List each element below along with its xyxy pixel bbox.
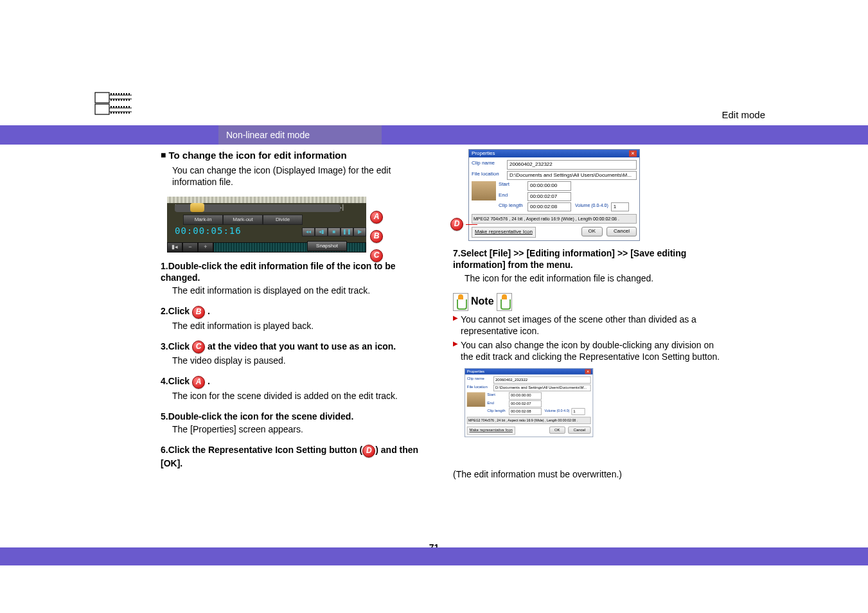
- svg-rect-35: [123, 112, 125, 114]
- clip-thumbnail: [472, 181, 496, 200]
- step-1: 1.Double-click the edit information file…: [161, 260, 434, 297]
- clip-length-field[interactable]: 00:00:02:08: [527, 202, 571, 211]
- svg-rect-28: [126, 106, 127, 108]
- marker-c-inline: C: [192, 341, 205, 353]
- properties-dialog-small: Properties ✕ Clip name20060402_232322 Fi…: [465, 368, 593, 437]
- filmstrip-logo-icon: [93, 89, 133, 118]
- note-label: Note: [471, 295, 494, 308]
- marker-a-inline: A: [192, 376, 205, 389]
- playback-controls: ◂◂ ◂▮ ■ ❚❚ ▶: [302, 227, 366, 236]
- note-icon: [497, 293, 512, 311]
- svg-rect-30: [111, 112, 112, 114]
- mark-in-button[interactable]: Mark-in: [183, 215, 223, 225]
- marker-b-inline: B: [192, 306, 205, 319]
- step-6: 6.Click the Representative Icon Setting …: [161, 444, 434, 468]
- slider-handle[interactable]: [190, 203, 204, 212]
- svg-rect-6: [111, 93, 112, 95]
- svg-rect-8: [116, 93, 117, 95]
- edit-track-panel: |◂⋯ ⋯▸| Mark-in Mark-out Divide 00:00:05…: [167, 197, 366, 251]
- svg-rect-11: [123, 93, 125, 95]
- svg-rect-14: [111, 99, 112, 101]
- svg-rect-31: [113, 112, 114, 114]
- rewind-button[interactable]: ◂◂: [302, 227, 315, 236]
- marker-a: A: [370, 211, 383, 224]
- frame-back-button[interactable]: ◂▮: [315, 227, 328, 236]
- end-field[interactable]: 00:00:02:07: [527, 192, 571, 201]
- start-label: Start: [499, 181, 527, 190]
- snapshot-button[interactable]: Snapshot: [307, 241, 347, 251]
- svg-rect-36: [126, 112, 127, 114]
- svg-rect-13: [128, 93, 130, 95]
- svg-rect-23: [113, 106, 114, 108]
- page-mode: Edit mode: [722, 109, 765, 120]
- close-icon[interactable]: ✕: [585, 369, 591, 374]
- stop-button[interactable]: ■: [328, 227, 341, 236]
- marker-c: C: [370, 249, 383, 262]
- svg-rect-18: [121, 99, 122, 101]
- marker-d-inline: D: [362, 445, 375, 458]
- svg-rect-12: [126, 93, 127, 95]
- clip-name-label: Clip name: [472, 160, 507, 169]
- header-stripe: [0, 125, 868, 145]
- svg-rect-15: [113, 99, 114, 101]
- left-column: ■To change the icon for edit information…: [161, 149, 434, 481]
- start-field[interactable]: 00:00:00:00: [527, 181, 571, 190]
- svg-rect-7: [113, 93, 114, 95]
- mark-out-button[interactable]: Mark-out: [223, 215, 263, 225]
- svg-rect-33: [118, 112, 120, 114]
- svg-rect-32: [116, 112, 117, 114]
- note-icon: [453, 293, 468, 311]
- file-location-label: File location: [472, 171, 507, 180]
- footer-stripe: [0, 547, 868, 565]
- file-location-field[interactable]: D:\Documents and Settings\All Users\Docu…: [507, 171, 637, 180]
- step-2: 2.Click B . The edit information is play…: [161, 305, 434, 331]
- dialog-title: Properties: [472, 150, 495, 157]
- svg-rect-10: [121, 93, 122, 95]
- step-4: 4.Click A . The icon for the scene divid…: [161, 375, 434, 401]
- note-item-1: ▶You cannot set images of the scene othe…: [453, 314, 726, 337]
- section-intro: You can change the icon (Displayed Image…: [172, 164, 434, 188]
- step-7: 7.Select [File] >> [Editing information]…: [453, 247, 726, 284]
- svg-rect-29: [128, 106, 130, 108]
- triangle-bullet-icon: ▶: [453, 314, 458, 337]
- note-footer: (The edit information must be overwritte…: [453, 468, 726, 480]
- svg-rect-21: [128, 99, 130, 101]
- minus-button[interactable]: −: [182, 242, 198, 253]
- step-3: 3.Click C at the video that you want to …: [161, 341, 434, 366]
- volume-field[interactable]: 1: [611, 202, 629, 211]
- svg-rect-27: [123, 106, 125, 108]
- note-item-2: ▶You can also change the icon by double-…: [453, 339, 726, 362]
- section-heading: ■To change the icon for edit information: [161, 149, 434, 162]
- volume-label: Volume (0.0-4.0): [575, 202, 608, 211]
- timecode-display: 00:00:05:16: [175, 225, 242, 236]
- end-label: End: [499, 192, 527, 201]
- divide-button[interactable]: Divide: [263, 215, 303, 225]
- prev-track-button[interactable]: ▮◂: [167, 242, 182, 253]
- svg-rect-26: [121, 106, 122, 108]
- pause-button[interactable]: ❚❚: [341, 227, 353, 236]
- right-column: Properties ✕ Clip name20060402_232322 Fi…: [453, 149, 726, 481]
- svg-rect-1: [95, 104, 109, 114]
- svg-rect-34: [121, 112, 122, 114]
- svg-rect-25: [118, 106, 120, 108]
- play-button[interactable]: ▶: [353, 227, 366, 236]
- svg-rect-20: [126, 99, 127, 101]
- section-tab: Non-linear edit mode: [218, 125, 382, 145]
- triangle-bullet-icon: ▶: [453, 339, 458, 362]
- svg-rect-9: [118, 93, 120, 95]
- svg-rect-16: [116, 99, 117, 101]
- note-header: Note: [453, 293, 512, 311]
- svg-rect-17: [118, 99, 120, 101]
- marker-b: B: [370, 230, 383, 243]
- svg-rect-19: [123, 99, 125, 101]
- clip-name-field[interactable]: 20060402_232322: [507, 160, 637, 169]
- close-icon[interactable]: ✕: [629, 150, 637, 157]
- plus-button[interactable]: +: [198, 242, 213, 253]
- clip-length-label: Clip length: [499, 202, 527, 211]
- svg-rect-22: [111, 106, 112, 108]
- svg-rect-24: [116, 106, 117, 108]
- marker-d: D: [450, 218, 463, 231]
- svg-rect-37: [128, 112, 130, 114]
- svg-rect-0: [95, 93, 109, 103]
- step-5: 5.Double-click the icon for the scene di…: [161, 411, 434, 435]
